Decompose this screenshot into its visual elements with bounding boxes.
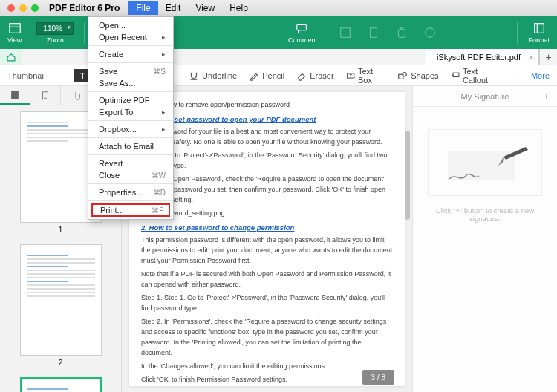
svg-point-6 (426, 28, 435, 38)
thumbnail-page-2[interactable] (20, 244, 102, 356)
menu-file[interactable]: File (128, 1, 157, 15)
zoom-control[interactable]: 110% Zoom (29, 16, 81, 49)
svg-rect-13 (12, 91, 19, 99)
svg-rect-7 (534, 24, 544, 33)
document-tabs: iSkysoft PDF Editor.pdf × + (0, 49, 557, 65)
side-tab-bookmarks[interactable] (30, 86, 61, 105)
menu-export[interactable]: Export To (88, 106, 173, 118)
shapes-tool[interactable]: Shapes (397, 71, 438, 81)
signature-title: My Signature (461, 92, 509, 101)
callout-tool[interactable]: Text Callout (451, 67, 501, 85)
document-tab[interactable]: iSkysoft PDF Editor.pdf × (426, 49, 539, 65)
zoom-value[interactable]: 110% (36, 22, 74, 35)
svg-rect-0 (9, 24, 19, 33)
svg-rect-15 (448, 151, 515, 180)
view-icon (8, 22, 22, 35)
new-tab-button[interactable]: + (539, 49, 557, 65)
annotation-toolbar: Thumbnai T Underline Pencil Eraser Text … (0, 65, 557, 86)
view-button[interactable]: View (0, 16, 29, 49)
window-controls[interactable] (0, 4, 46, 12)
page-indicator[interactable]: 3 / 8 (362, 370, 394, 385)
eraser-tool[interactable]: Eraser (296, 71, 333, 81)
comment-icon (296, 22, 309, 35)
side-tab-thumbnails[interactable] (0, 86, 30, 105)
menu-save[interactable]: Save⌘S (88, 65, 173, 77)
titlebar: PDF Editor 6 Pro File Edit View Help (0, 0, 557, 16)
svg-rect-5 (398, 30, 405, 38)
comment-button[interactable]: Comment (281, 16, 325, 49)
tool-disabled-1 (331, 16, 359, 49)
file-menu: Open... Open Recent Create Save⌘S Save A… (88, 16, 174, 220)
signature-hint: Click "+" button to create a new signatu… (413, 206, 557, 223)
thumbnails-label: Thumbnai (7, 71, 79, 80)
tool-disabled-3 (388, 16, 416, 49)
close-icon[interactable]: × (530, 53, 534, 62)
tool-disabled-2 (359, 16, 388, 49)
svg-rect-4 (370, 28, 377, 38)
menu-create[interactable]: Create (88, 48, 173, 60)
menu-optimize[interactable]: Optimize PDF (88, 94, 173, 106)
menu-dropbox[interactable]: Dropbox... (88, 123, 173, 135)
menu-edit[interactable]: Edit (158, 1, 189, 15)
pencil-tool[interactable]: Pencil (249, 71, 284, 81)
svg-rect-2 (297, 24, 307, 30)
main-toolbar: View 110% Zoom Comment Format (0, 16, 557, 49)
menu-print[interactable]: Print...⌘P (91, 203, 170, 217)
thumbnail-page-3[interactable] (20, 377, 102, 392)
svg-rect-12 (453, 73, 459, 76)
svg-rect-3 (341, 28, 351, 38)
app-title: PDF Editor 6 Pro (49, 3, 120, 13)
more-tools[interactable]: More (531, 71, 550, 80)
menu-save-as[interactable]: Save As... (88, 77, 173, 89)
underline-tool[interactable]: Underline (189, 71, 237, 81)
tool-disabled-4 (416, 16, 444, 49)
format-button[interactable]: Format (521, 16, 557, 49)
signature-preview (428, 129, 542, 196)
add-signature-button[interactable]: + (544, 91, 550, 102)
textbox-tool[interactable]: Text Box (346, 67, 386, 85)
signature-panel: My Signature + Click "+" button to creat… (412, 86, 557, 392)
menu-attach-email[interactable]: Attach to Email (88, 140, 173, 152)
menu-properties[interactable]: Properties...⌘D (88, 186, 173, 198)
format-icon (532, 22, 546, 35)
menu-open-recent[interactable]: Open Recent (88, 31, 173, 43)
menu-revert[interactable]: Revert (88, 157, 173, 169)
menu-open[interactable]: Open... (88, 19, 173, 31)
menu-close[interactable]: Close⌘W (88, 169, 173, 181)
menu-help[interactable]: Help (222, 1, 255, 15)
home-tab[interactable] (0, 49, 22, 65)
menubar: File Edit View Help (128, 1, 255, 15)
vertical-scrollbar[interactable] (403, 86, 411, 392)
side-tab-attachments[interactable] (61, 86, 91, 105)
menu-view[interactable]: View (188, 1, 222, 15)
